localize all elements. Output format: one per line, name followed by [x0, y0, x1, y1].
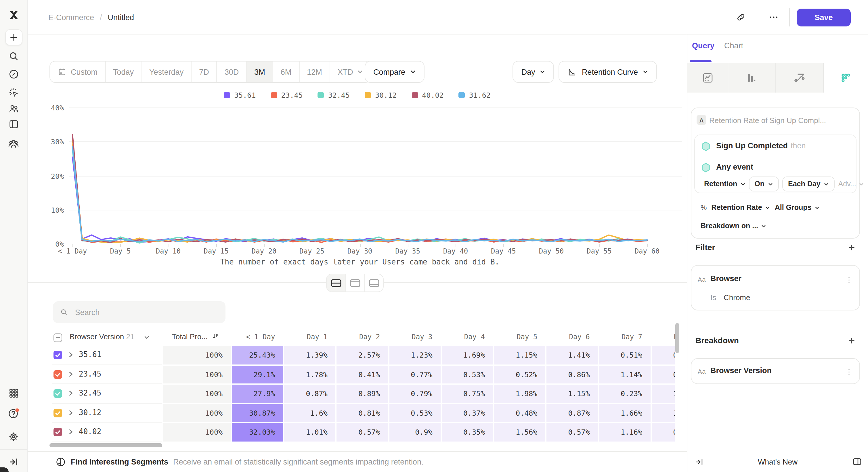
retention-cell-day0[interactable]: 30.87%: [232, 404, 283, 422]
filter-value[interactable]: Chrome: [724, 293, 750, 302]
group-column-header[interactable]: Browser Version 21: [70, 332, 134, 341]
retention-cell-day3[interactable]: 1.23%: [389, 346, 440, 364]
explore-compass-icon[interactable]: [7, 67, 21, 81]
boards-icon[interactable]: [7, 117, 21, 131]
create-new-button[interactable]: [5, 29, 23, 45]
retention-cell-day1[interactable]: 1.78%: [284, 365, 335, 383]
retention-cell-day1[interactable]: 0.87%: [284, 384, 335, 403]
retention-cell-day7[interactable]: 1.14%: [599, 365, 650, 383]
view-toggle-chart[interactable]: [345, 274, 364, 292]
legend-item-35-61[interactable]: 35.61: [224, 91, 256, 99]
chart-type-dropdown[interactable]: Retention Curve: [559, 61, 657, 83]
range-button-3m[interactable]: 3M: [246, 62, 273, 82]
granularity-dropdown[interactable]: Day: [513, 61, 554, 83]
retention-cell-day7[interactable]: 0.23%: [599, 384, 650, 403]
retention-cell-day2[interactable]: 2.57%: [337, 346, 388, 364]
legend-item-31-62[interactable]: 31.62: [459, 91, 491, 99]
charttype-flow-button[interactable]: [776, 63, 824, 93]
retention-cell-day1[interactable]: 1.6%: [284, 404, 335, 422]
save-button[interactable]: Save: [797, 9, 851, 27]
retention-cell-day8[interactable]: 1.02%: [651, 404, 675, 422]
breakdown-on-dropdown[interactable]: Breakdown on ...: [701, 222, 766, 230]
retention-cell-day2[interactable]: 0.57%: [337, 423, 388, 441]
retention-cell-day0[interactable]: 25.43%: [232, 346, 283, 364]
retention-cell-day5[interactable]: 1.98%: [494, 384, 545, 403]
period-dropdown[interactable]: Each Day: [782, 176, 835, 192]
row-checkbox[interactable]: [54, 408, 62, 417]
retention-cell-day1[interactable]: 1.01%: [284, 423, 335, 441]
cohorts-icon[interactable]: [7, 137, 21, 150]
breadcrumb-page[interactable]: Untitled: [108, 13, 134, 22]
apps-grid-icon[interactable]: [7, 386, 21, 400]
search-nav-icon[interactable]: [7, 49, 21, 63]
search-input[interactable]: [74, 307, 219, 317]
add-filter-button[interactable]: [846, 242, 857, 252]
range-button-30d[interactable]: 30D: [217, 62, 246, 82]
range-button-today[interactable]: Today: [105, 62, 141, 82]
day-column-header-8[interactable]: Day 8: [651, 331, 675, 345]
row-checkbox[interactable]: [54, 389, 62, 398]
retention-cell-day0[interactable]: 32.03%: [232, 423, 283, 441]
retention-cell-day2[interactable]: 0.41%: [337, 365, 388, 383]
range-button-yesterday[interactable]: Yesterday: [141, 62, 191, 82]
more-options-button[interactable]: [766, 10, 781, 24]
row-expander[interactable]: [67, 428, 74, 435]
view-toggle-table[interactable]: [364, 274, 383, 292]
retention-cell-day0[interactable]: 29.1%: [232, 365, 283, 383]
day-column-header-0[interactable]: < 1 Day: [231, 331, 275, 345]
retention-cell-day5[interactable]: 1.15%: [494, 346, 545, 364]
row-checkbox[interactable]: [54, 428, 62, 436]
day-column-header-7[interactable]: Day 7: [598, 331, 642, 345]
row-checkbox[interactable]: [54, 351, 62, 359]
vertical-scrollbar[interactable]: [675, 323, 679, 353]
event1-name[interactable]: Sign Up Completed: [716, 141, 788, 150]
retention-cell-day7[interactable]: 1.66%: [599, 404, 650, 422]
retention-cell-day2[interactable]: 0.89%: [337, 384, 388, 403]
total-column-header[interactable]: Total Pro...: [163, 332, 208, 341]
panel-layout-button[interactable]: [852, 457, 862, 467]
legend-item-30-12[interactable]: 30.12: [365, 91, 397, 99]
legend-item-23-45[interactable]: 23.45: [271, 91, 303, 99]
range-button-6m[interactable]: 6M: [273, 62, 299, 82]
row-expander[interactable]: [67, 351, 74, 358]
on-dropdown[interactable]: On: [749, 176, 779, 192]
retention-cell-day6[interactable]: 0.86%: [547, 365, 598, 383]
tab-chart[interactable]: Chart: [724, 41, 743, 55]
charttype-bar-button[interactable]: [728, 63, 776, 93]
breakdown-options-kebab[interactable]: [844, 366, 854, 378]
day-column-header-3[interactable]: Day 3: [389, 331, 432, 345]
retention-type-dropdown[interactable]: Retention: [704, 180, 745, 188]
breakdown-card[interactable]: Aa Browser Version: [691, 358, 860, 384]
retention-cell-day6[interactable]: 1.41%: [547, 346, 598, 364]
legend-item-32-45[interactable]: 32.45: [318, 91, 350, 99]
help-icon[interactable]: [7, 406, 21, 420]
series-line-32-45[interactable]: [72, 148, 647, 243]
legend-item-40-02[interactable]: 40.02: [411, 91, 443, 99]
filter-options-kebab[interactable]: [844, 274, 854, 286]
whats-new-link[interactable]: What's New: [687, 458, 868, 466]
chevron-down-icon[interactable]: [144, 335, 150, 340]
filter-operator[interactable]: Is: [710, 293, 716, 302]
retention-cell-day6[interactable]: 0.57%: [547, 423, 598, 441]
day-column-header-1[interactable]: Day 1: [284, 331, 327, 345]
retention-cell-day0[interactable]: 27.9%: [232, 384, 283, 403]
collapse-sidebar-icon[interactable]: [7, 455, 21, 469]
retention-cell-day4[interactable]: 0.35%: [442, 423, 493, 441]
retention-cell-day8[interactable]: 0.82%: [651, 423, 675, 441]
retention-cell-day5[interactable]: 0.52%: [494, 365, 545, 383]
range-button-7d[interactable]: 7D: [191, 62, 217, 82]
retention-cell-day7[interactable]: 0.51%: [599, 346, 650, 364]
advanced-dropdown[interactable]: Adv...: [838, 180, 864, 188]
measure-dropdown[interactable]: Retention Rate: [711, 204, 770, 211]
day-column-header-4[interactable]: Day 4: [441, 331, 485, 345]
events-cursor-icon[interactable]: [7, 86, 21, 99]
select-all-checkbox[interactable]: [54, 333, 62, 342]
event2-name[interactable]: Any event: [716, 163, 753, 171]
retention-cell-day4[interactable]: 0.53%: [442, 365, 493, 383]
retention-cell-day7[interactable]: 1.16%: [599, 423, 650, 441]
breadcrumb-section[interactable]: E-Commerce: [48, 13, 94, 22]
settings-gear-icon[interactable]: [7, 430, 21, 443]
range-button-xtd[interactable]: XTD: [330, 62, 370, 82]
retention-cell-day1[interactable]: 1.39%: [284, 346, 335, 364]
retention-cell-day5[interactable]: 0.48%: [494, 404, 545, 422]
